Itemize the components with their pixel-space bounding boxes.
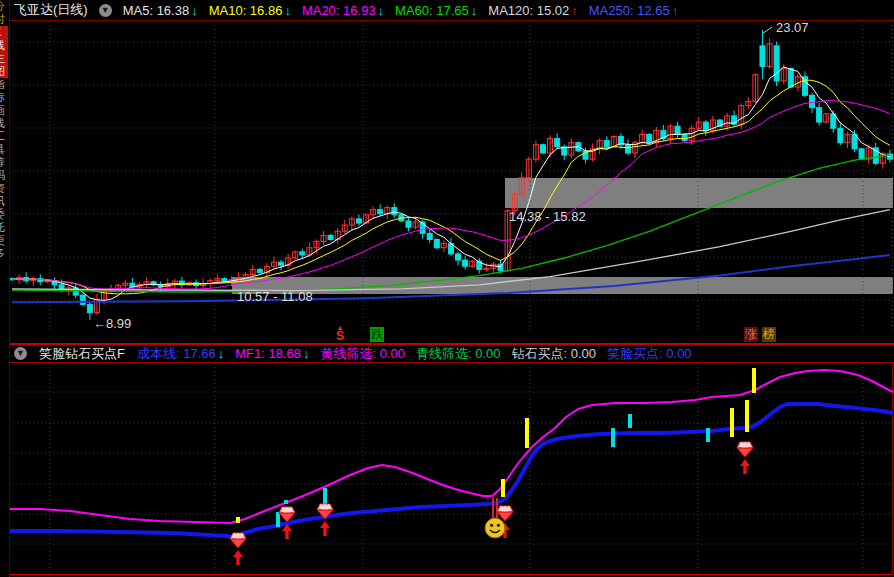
rise-rank-button-2[interactable]: 榜 [762,327,776,342]
low-price-label: ←8.99 [93,316,131,331]
indicator-header: ▼ 笑脸钻石买点F 成本线: 17.66↓MF1: 18.68↓黄线筛选: 0.… [10,345,894,362]
sidebar-tab[interactable]: 分 [0,0,8,13]
diamond-buy-marker [230,533,246,565]
sidebar-tab[interactable]: 图 [0,65,8,78]
sidebar-tab[interactable]: 码 [0,169,8,182]
黄线筛选-value: 黄线筛选: 0.00 [320,345,405,363]
sidebar-tab[interactable]: 线 [0,117,8,130]
svg-text:10.57 - 11.08: 10.57 - 11.08 [237,289,313,304]
sidebar-tab[interactable]: K [0,26,8,39]
left-sidebar[interactable]: 分时K线主图指标画线工具筹码资讯委托更多 [0,0,10,577]
chevron-down-icon[interactable]: ▼ [14,347,27,360]
top-header: 飞亚达(日线) ▼ MA5: 16.38↓MA10: 16.86↓MA20: 1… [10,0,894,21]
indicator-chart[interactable] [0,363,894,577]
ma60-value: MA60: 17.65↓ [395,3,477,18]
grid [9,363,893,574]
ma250-value: MA250: 12.65↑ [589,3,678,18]
sidebar-tab[interactable]: 线 [0,39,8,52]
sell-letter: S [333,331,347,342]
sidebar-tab[interactable]: 指 [0,78,8,91]
ma120-value: MA120: 15.02↑ [488,3,577,18]
up-arrow-icon: ↑ [672,3,679,18]
sidebar-tab[interactable]: 具 [0,143,8,156]
high-price-label: 23.07 [776,21,809,35]
青线筛选-value: 青线筛选: 0.00 [416,345,501,363]
svg-text:14.38 - 15.82: 14.38 - 15.82 [509,209,586,224]
sidebar-tab[interactable]: 筹 [0,156,8,169]
chevron-down-icon[interactable]: ▼ [99,4,112,17]
ma10-value: MA10: 16.86↓ [209,3,291,18]
main-candlestick-chart[interactable]: 14.38 - 15.8210.57 - 11.08←8.9923.07 [0,21,894,331]
sidebar-tab[interactable]: 画 [0,104,8,117]
down-arrow-icon: ↓ [471,3,478,18]
sidebar-tab[interactable]: 资 [0,182,8,195]
笑脸买点-value: 笑脸买点: 0.00 [607,345,692,363]
sidebar-tab[interactable]: 标 [0,91,8,104]
diamond-buy-marker [317,504,333,536]
sidebar-tab[interactable]: 更 [0,234,8,247]
down-arrow-icon: ↓ [284,3,291,18]
mf1-value: MF1: 18.68↓ [235,345,309,363]
down-arrow-icon: ↓ [218,346,225,361]
stock-title: 飞亚达(日线) [14,1,88,19]
down-arrow-icon: ↓ [378,3,385,18]
down-arrow-icon: ↓ [191,3,198,18]
candles [10,30,893,320]
sidebar-tab[interactable]: 讯 [0,195,8,208]
sidebar-tab[interactable]: 托 [0,221,8,234]
sidebar-tab[interactable]: 时 [0,13,8,26]
smiley-buy-marker [485,518,505,538]
indicator-name: 笑脸钻石买点F [39,345,125,363]
sidebar-tab[interactable]: 工 [0,130,8,143]
signal-bars [238,368,754,527]
ma5-value: MA5: 16.38↓ [123,3,198,18]
fall-button[interactable]: 跌 [370,327,384,342]
sell-signal-marker: ▲ S [333,324,347,342]
sidebar-tab[interactable]: 委 [0,208,8,221]
ma20-value: MA20: 16.93↓ [302,3,384,18]
sidebar-tab[interactable]: 主 [0,52,8,65]
钻石买点-value: 钻石买点: 0.00 [512,345,597,363]
diamond-buy-marker [737,442,753,474]
stock-chart-app: 分时K线主图指标画线工具筹码资讯委托更多 飞亚达(日线) ▼ MA5: 16.3… [0,0,894,577]
rise-rank-button-1[interactable]: 涨 [744,327,758,342]
sidebar-tab[interactable]: 多 [0,247,8,260]
down-arrow-icon: ↓ [303,346,310,361]
mf1-line [8,370,893,523]
up-arrow-icon: ↑ [571,3,578,18]
indicator-values-row: 成本线: 17.66↓MF1: 18.68↓黄线筛选: 0.00青线筛选: 0.… [137,345,692,363]
成本线-value: 成本线: 17.66↓ [137,345,224,363]
ma-values-row: MA5: 16.38↓MA10: 16.86↓MA20: 16.93↓MA60:… [123,3,679,18]
